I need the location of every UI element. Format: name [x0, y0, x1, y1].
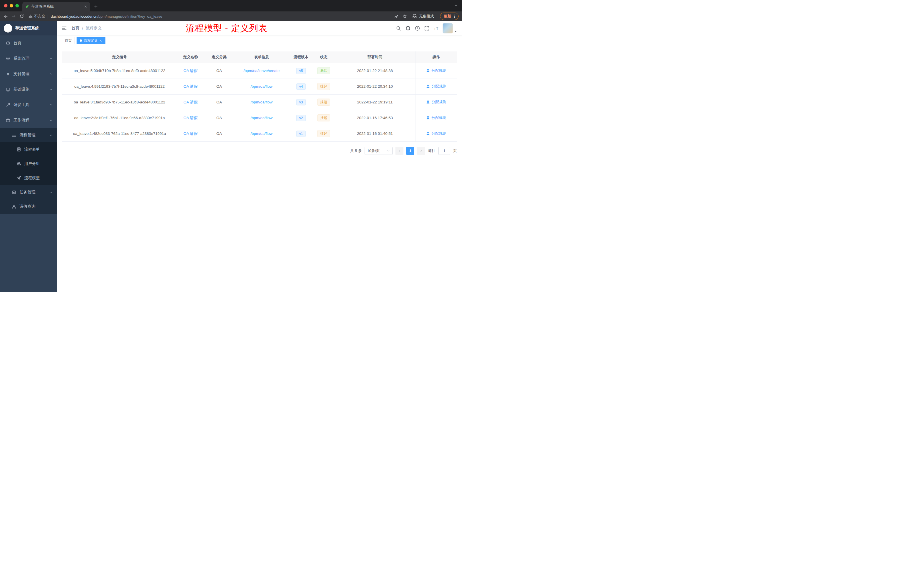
sidebar-item-process-model[interactable]: 流程模型 — [0, 171, 57, 185]
definition-name-link[interactable]: OA 请假 — [183, 100, 198, 104]
sidebar-item-dev-tools[interactable]: 研发工具 — [0, 97, 57, 112]
sidebar-item-payment[interactable]: ¥支付管理 — [0, 66, 57, 82]
main-area: 首页 / 流程定义 流程模型 - 定义列表 ?TT 首页流程定义 定义编号定义名… — [57, 21, 462, 292]
definition-id: oa_leave:5:004b710b-7b8a-11ec-8ef0-acde4… — [74, 69, 165, 73]
sidebar-item-workflow[interactable]: 工作流程 — [0, 112, 57, 128]
sidebar-item-infrastructure[interactable]: 基础设施 — [0, 82, 57, 97]
github-icon[interactable] — [406, 26, 411, 31]
send-icon — [16, 176, 21, 180]
definition-category: OA — [216, 69, 222, 73]
tab-close-icon[interactable] — [84, 5, 87, 8]
close-window-button[interactable] — [4, 4, 7, 7]
breadcrumb-current: 流程定义 — [86, 26, 102, 31]
refresh-icon[interactable] — [20, 14, 24, 18]
browser-menu-icon[interactable] — [452, 14, 457, 18]
bookmark-star-icon[interactable] — [403, 14, 407, 18]
key-icon[interactable] — [394, 14, 399, 18]
minimize-window-button[interactable] — [10, 4, 13, 7]
logo-title: 芋道管理系统 — [15, 26, 39, 31]
definition-name-link[interactable]: OA 请假 — [183, 69, 198, 73]
incognito-label: 无痕模式 — [419, 14, 434, 19]
tag-active[interactable]: 流程定义 — [77, 37, 106, 44]
url-text[interactable]: dashboard.yudao.iocoder.cn/bpm/manager/d… — [51, 14, 162, 18]
definition-name-link[interactable]: OA 请假 — [183, 84, 198, 89]
tab-search-icon[interactable] — [454, 4, 458, 8]
pagination-total: 共 5 条 — [350, 148, 362, 153]
address-bar[interactable]: 不安全 | dashboard.yudao.iocoder.cn/bpm/man… — [28, 14, 391, 19]
incognito-icon — [412, 14, 417, 19]
address-divider: | — [48, 14, 48, 18]
infra-icon — [6, 87, 10, 92]
assign-rule-link[interactable]: 分配规则 — [426, 68, 446, 73]
hamburger-icon[interactable] — [62, 26, 67, 31]
sidebar-item-user-group[interactable]: 用户分组 — [0, 157, 57, 171]
new-tab-button[interactable] — [94, 5, 98, 9]
sidebar-item-label: 系统管理 — [13, 56, 30, 61]
definition-name-link[interactable]: OA 请假 — [183, 132, 198, 136]
assign-rule-link[interactable]: 分配规则 — [426, 99, 446, 105]
next-page-button[interactable] — [417, 147, 425, 155]
forward-icon[interactable] — [12, 14, 16, 18]
goto-page-input[interactable] — [438, 147, 450, 155]
url-domain: dashboard.yudao.iocoder.cn — [51, 14, 97, 18]
sidebar-item-home[interactable]: 首页 — [0, 35, 57, 51]
sidebar-menu: 首页系统管理¥支付管理基础设施研发工具工作流程流程管理流程表单用户分组流程模型任… — [0, 35, 57, 214]
version-tag: v1 — [296, 130, 306, 137]
form-info-link[interactable]: /bpm/oa/flow — [251, 84, 272, 89]
deploy-time: 2022-01-16 17:46:53 — [357, 116, 393, 120]
fullscreen-icon[interactable] — [424, 26, 429, 31]
chevron-down-icon — [50, 57, 53, 60]
sidebar-item-label: 请假查询 — [20, 204, 35, 209]
table-row: oa_leave:5:004b710b-7b8a-11ec-8ef0-acde4… — [62, 63, 457, 79]
sidebar-item-system[interactable]: 系统管理 — [0, 51, 57, 66]
sidebar-item-label: 支付管理 — [13, 71, 30, 77]
definition-category: OA — [216, 84, 222, 89]
security-chip[interactable]: 不安全 — [28, 14, 45, 19]
breadcrumb-home[interactable]: 首页 — [71, 26, 79, 31]
search-icon[interactable] — [396, 26, 401, 31]
page-size-value: 10条/页 — [367, 148, 380, 153]
chevron-up-icon — [50, 119, 53, 122]
table-row: oa_leave:3:1fad3d93-7b75-11ec-a3c8-acde4… — [62, 94, 457, 110]
font-size-icon[interactable]: TT — [434, 26, 439, 31]
column-header-1: 定义名称 — [177, 51, 205, 63]
assign-rule-link[interactable]: 分配规则 — [426, 84, 446, 89]
svg-text:T: T — [434, 27, 436, 30]
definition-name-link[interactable]: OA 请假 — [183, 116, 198, 120]
chevron-down-icon — [50, 88, 53, 91]
sidebar-item-leave-query[interactable]: 请假查询 — [0, 200, 57, 214]
assign-rule-link[interactable]: 分配规则 — [426, 131, 446, 136]
page-number-button[interactable]: 1 — [406, 147, 414, 155]
sidebar-item-task-manage[interactable]: 任务管理 — [0, 185, 57, 200]
chevron-down-icon — [386, 149, 390, 153]
tag-0[interactable]: 首页 — [62, 37, 75, 44]
page-size-select[interactable]: 10条/页 — [365, 147, 393, 155]
prev-page-button[interactable] — [396, 147, 403, 155]
back-icon[interactable] — [3, 14, 8, 18]
top-navbar: 首页 / 流程定义 流程模型 - 定义列表 ?TT — [57, 21, 462, 35]
column-header-6: 部署时间 — [335, 51, 416, 63]
form-info-link[interactable]: /bpm/oa/flow — [251, 132, 272, 136]
sidebar-item-process-manage[interactable]: 流程管理 — [0, 128, 57, 142]
avatar-caret-icon[interactable] — [454, 30, 457, 33]
browser-tab[interactable]: 芋道管理系统 — [22, 2, 90, 12]
update-button[interactable]: 更新 — [440, 13, 459, 20]
assign-rule-link[interactable]: 分配规则 — [426, 115, 446, 120]
sidebar-logo[interactable]: 芋道管理系统 — [0, 21, 57, 35]
form-info-link[interactable]: /bpm/oa/flow — [251, 116, 272, 120]
definition-category: OA — [216, 116, 222, 120]
user-icon — [426, 116, 430, 120]
browser-tab-strip: 芋道管理系统 — [0, 0, 462, 12]
user-avatar[interactable] — [442, 23, 453, 33]
sidebar-item-label: 用户分组 — [24, 161, 40, 166]
tag-label: 流程定义 — [84, 38, 97, 43]
tag-close-icon[interactable] — [99, 39, 102, 42]
form-info-link[interactable]: /bpm/oa/flow — [251, 100, 272, 104]
sidebar-item-process-form[interactable]: 流程表单 — [0, 142, 57, 157]
browser-toolbar: 不安全 | dashboard.yudao.iocoder.cn/bpm/man… — [0, 12, 462, 21]
column-header-5: 状态 — [313, 51, 335, 63]
goto-label: 前往 — [428, 148, 436, 153]
zoom-window-button[interactable] — [15, 4, 19, 7]
question-icon[interactable]: ? — [415, 26, 420, 31]
form-info-link[interactable]: /bpm/oa/leave/create — [243, 69, 279, 73]
